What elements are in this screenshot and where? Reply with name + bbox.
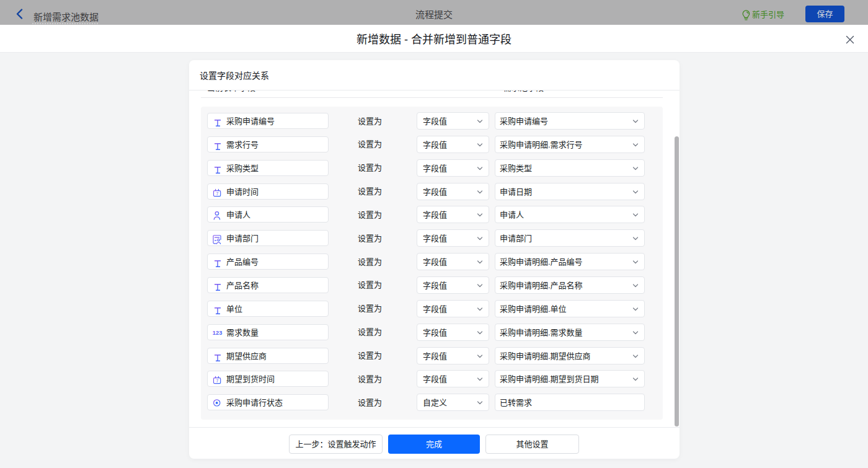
svg-text:7: 7 [216,192,219,196]
svg-text:7: 7 [216,379,219,384]
svg-text:123: 123 [213,329,223,335]
